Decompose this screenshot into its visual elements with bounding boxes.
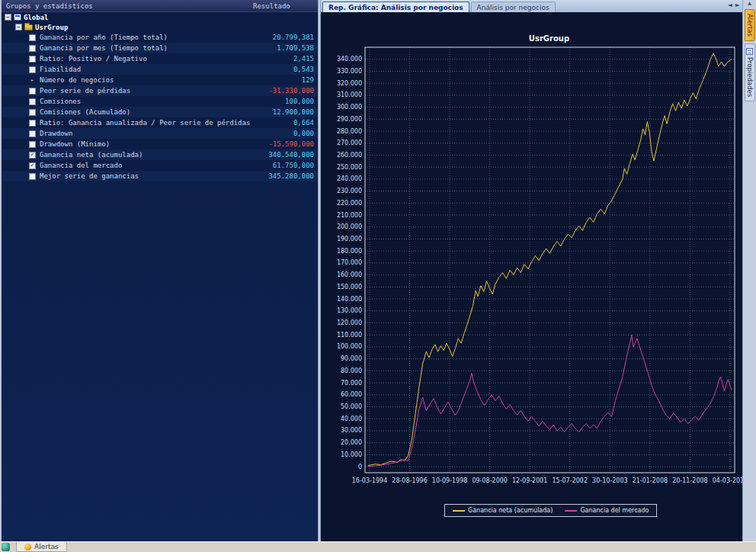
svg-text:140.000: 140.000 <box>337 296 362 303</box>
stat-row[interactable]: Comisiones 100,000 <box>2 96 318 107</box>
main-area: Grupos y estadísticos Resultado − Global… <box>0 0 756 541</box>
stat-value: 0,000 <box>293 130 314 137</box>
chart-panel: Rep. Gráfica: Análisis por negocios Anál… <box>321 0 742 541</box>
net-series-swatch <box>453 510 465 512</box>
checkbox-icon[interactable] <box>29 34 36 41</box>
stat-label: Mejor serie de ganancias <box>40 172 139 180</box>
stat-label: Ratio: Positivo / Negativo <box>40 55 147 63</box>
stat-label: Ganancia por mes (Tiempo total) <box>40 44 168 52</box>
svg-text:110.000: 110.000 <box>337 332 362 339</box>
svg-text:100.000: 100.000 <box>337 343 362 350</box>
legend-item-market: Ganancia del mercado <box>565 507 649 514</box>
svg-text:20.000: 20.000 <box>341 439 362 446</box>
stat-label: Número de negocios <box>40 76 114 84</box>
stat-row[interactable]: Comisiones (Acumulado) 12.900,000 <box>2 107 318 117</box>
stat-value: 1.709,538 <box>277 44 314 52</box>
stat-value: 20.799,381 <box>273 34 314 41</box>
status-tab-label: Alertas <box>34 543 59 550</box>
svg-text:260.000: 260.000 <box>337 152 362 159</box>
svg-text:40.000: 40.000 <box>341 416 362 422</box>
collapse-toggle-icon[interactable]: − <box>5 14 11 21</box>
svg-text:20-11-2008: 20-11-2008 <box>672 477 708 484</box>
stat-row[interactable]: Ratio: Positivo / Negativo 2,415 <box>2 53 318 64</box>
stat-label: Ratio: Ganancia anualizada / Peor serie … <box>40 119 250 127</box>
tab-prev-icon[interactable]: ◄ <box>728 2 732 8</box>
svg-text:160.000: 160.000 <box>337 271 362 278</box>
svg-text:15-07-2002: 15-07-2002 <box>553 477 588 484</box>
tab-analisis-negocios[interactable]: Análisis por negocios <box>471 2 556 12</box>
tab-next-icon[interactable]: ► <box>735 2 740 8</box>
svg-text:60.000: 60.000 <box>341 391 362 398</box>
svg-text:80.000: 80.000 <box>341 367 362 374</box>
checkbox-icon[interactable] <box>29 109 36 116</box>
chart-area: UsrGroup 16-03-199428-08-199610-09-19980… <box>321 12 742 541</box>
svg-text:190.000: 190.000 <box>337 236 362 242</box>
stat-value: -15.590,000 <box>268 140 314 148</box>
expand-arrow-icon[interactable]: ► <box>29 77 36 84</box>
dock-tab-propiedades[interactable]: Propiedades <box>745 43 755 101</box>
svg-text:270.000: 270.000 <box>337 140 362 146</box>
svg-text:28-08-1996: 28-08-1996 <box>392 477 428 484</box>
dock-tab-alertas[interactable]: Alertas <box>745 9 755 41</box>
svg-text:04-03-2010: 04-03-2010 <box>713 477 742 484</box>
svg-text:210.000: 210.000 <box>337 212 362 219</box>
folder-icon <box>24 24 33 30</box>
global-icon <box>14 14 21 21</box>
legend-item-net: Ganancia neta (acumulada) <box>453 507 553 514</box>
svg-text:220.000: 220.000 <box>337 200 362 207</box>
stat-label: Ganancia neta (acumulada) <box>40 151 143 159</box>
stat-label: Drawdown (Mínimo) <box>40 140 110 148</box>
legend-label: Ganancia del mercado <box>580 507 649 514</box>
stat-row[interactable]: Ganancia por mes (Tiempo total) 1.709,53… <box>2 43 318 53</box>
svg-text:0: 0 <box>358 464 362 470</box>
checkbox-icon[interactable] <box>29 88 36 95</box>
svg-text:10.000: 10.000 <box>341 451 362 458</box>
svg-text:16-03-1994: 16-03-1994 <box>352 477 388 484</box>
checkbox-icon[interactable] <box>29 56 36 63</box>
tab-rep-grafica[interactable]: Rep. Gráfica: Análisis por negocios <box>322 2 469 12</box>
stat-row[interactable]: ✓ Ganancia del mercado 61.750,000 <box>2 160 318 171</box>
column-header-groups[interactable]: Grupos y estadísticos <box>6 2 93 10</box>
svg-text:30-10-2003: 30-10-2003 <box>592 477 628 484</box>
stat-row[interactable]: Fiabilidad 0,543 <box>2 64 318 75</box>
checkbox-checked-icon[interactable]: ✓ <box>29 152 36 159</box>
stat-row[interactable]: Mejor serie de ganancias 345.280,000 <box>2 171 318 181</box>
tree-node-usrgroup[interactable]: − UsrGroup <box>2 22 318 32</box>
status-bar: Alertas <box>0 541 756 552</box>
svg-text:240.000: 240.000 <box>337 175 362 182</box>
app-globe-icon[interactable] <box>2 543 10 551</box>
checkbox-icon[interactable] <box>29 173 36 180</box>
dock-tab-label: Propiedades <box>746 57 754 97</box>
checkbox-icon[interactable] <box>29 141 36 148</box>
collapse-toggle-icon[interactable]: − <box>15 24 22 30</box>
stat-row[interactable]: Ganancia por año (Tiempo total) 20.799,3… <box>2 32 318 43</box>
svg-text:290.000: 290.000 <box>337 116 362 123</box>
checkbox-icon[interactable] <box>29 45 36 52</box>
dock-strip: ▲ Alertas Propiedades <box>742 0 756 541</box>
column-header-result[interactable]: Resultado <box>253 2 290 10</box>
checkbox-icon[interactable] <box>29 130 36 137</box>
checkbox-icon[interactable] <box>29 98 36 105</box>
profit-line-chart: 16-03-199428-08-199610-09-199809-08-2000… <box>321 12 742 541</box>
stat-row[interactable]: Ratio: Ganancia anualizada / Peor serie … <box>2 117 318 128</box>
stat-row[interactable]: ► Número de negocios 129 <box>2 75 318 85</box>
stat-row[interactable]: Drawdown (Mínimo) -15.590,000 <box>2 139 318 149</box>
app-window: Grupos y estadísticos Resultado − Global… <box>0 0 756 552</box>
check-icon: ✓ <box>30 152 34 158</box>
svg-text:90.000: 90.000 <box>341 355 362 362</box>
alarm-icon <box>24 544 31 550</box>
stats-panel: Grupos y estadísticos Resultado − Global… <box>0 0 318 541</box>
checkbox-icon[interactable] <box>29 66 36 73</box>
tree-node-global[interactable]: − Global <box>2 12 318 22</box>
checkbox-icon[interactable] <box>29 120 36 127</box>
stat-row[interactable]: ✓ Ganancia neta (acumulada) 340.540,000 <box>2 149 318 160</box>
stat-row[interactable]: Peor serie de pérdidas -31.330,000 <box>2 85 318 96</box>
checkbox-checked-icon[interactable]: ✓ <box>29 162 36 169</box>
scroll-up-icon[interactable]: ▲ <box>748 1 751 7</box>
stat-value: 345.280,000 <box>268 172 314 180</box>
stat-row[interactable]: Drawdown 0,000 <box>2 128 318 139</box>
stats-tree: − Global − UsrGroup Ganancia por año (Ti… <box>2 12 318 181</box>
stat-label: Ganancia del mercado <box>40 162 122 169</box>
svg-text:21-01-2008: 21-01-2008 <box>633 477 668 484</box>
status-tab-alertas[interactable]: Alertas <box>16 542 67 552</box>
